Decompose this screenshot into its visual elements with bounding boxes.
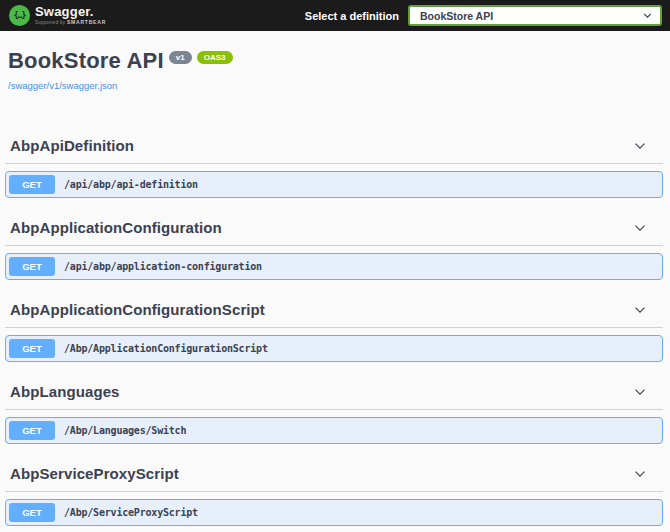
tagline-prefix: Supported by [35,20,65,25]
tag-title: AbpApplicationConfigurationScript [10,301,265,318]
tag-header[interactable]: AbpServiceProxyScript [5,457,663,492]
method-badge: GET [9,257,55,276]
tagline-company: SMARTBEAR [67,19,106,25]
tag-title: AbpServiceProxyScript [10,465,179,482]
tag-operations: GET /Abp/ApplicationConfigurationScript [5,335,663,362]
operation-row[interactable]: GET /api/abp/application-configuration [5,253,663,280]
method-badge: GET [9,421,55,440]
tag-section: AbpApplicationConfiguration GET /api/abp… [5,211,663,280]
tag-title: AbpApiDefinition [10,137,134,154]
operation-path: /api/abp/application-configuration [64,261,262,272]
definition-select[interactable]: BookStore API [408,5,662,26]
operation-path: /api/abp/api-definition [64,179,198,190]
chevron-down-icon[interactable] [633,303,647,317]
tag-operations: GET /api/abp/application-configuration [5,253,663,280]
topbar: {…} Swagger. Supported by SMARTBEAR Sele… [0,0,670,31]
api-title: BookStore API [8,48,164,74]
tag-section: AbpApiDefinition GET /api/abp/api-defini… [5,129,663,198]
brand-tagline: Supported by SMARTBEAR [35,20,106,26]
braces-glyph: {…} [14,11,25,20]
tag-operations: GET /api/abp/api-definition [5,171,663,198]
chevron-down-icon [642,10,653,21]
tag-header[interactable]: AbpLanguages [5,375,663,410]
operation-path: /Abp/ServiceProxyScript [64,507,198,518]
chevron-down-icon[interactable] [633,139,647,153]
title-row: BookStore API v1 OAS3 [8,48,662,74]
swagger-logo-link[interactable]: {…} Swagger. Supported by SMARTBEAR [9,5,106,26]
operation-path: /Abp/ApplicationConfigurationScript [64,343,268,354]
tag-section: AbpApplicationConfigurationScript GET /A… [5,293,663,362]
definition-select-value: BookStore API [420,10,493,22]
method-badge: GET [9,503,55,522]
method-badge: GET [9,339,55,358]
main-content: BookStore API v1 OAS3 /swagger/v1/swagge… [0,31,670,532]
tag-operations: GET /Abp/Languages/Switch [5,417,663,444]
version-badge: v1 [169,51,192,64]
tag-title: AbpLanguages [10,383,120,400]
tag-title: AbpApplicationConfiguration [10,219,222,236]
method-badge: GET [9,175,55,194]
tag-header[interactable]: AbpApiDefinition [5,129,663,164]
operation-row[interactable]: GET /Abp/ApplicationConfigurationScript [5,335,663,362]
information-container: BookStore API v1 OAS3 /swagger/v1/swagge… [0,31,670,129]
swagger-ui-page: {…} Swagger. Supported by SMARTBEAR Sele… [0,0,670,532]
operation-row[interactable]: GET /api/abp/api-definition [5,171,663,198]
tag-section: AbpLanguages GET /Abp/Languages/Switch [5,375,663,444]
chevron-down-icon[interactable] [633,221,647,235]
tag-operations: GET /Abp/ServiceProxyScript [5,499,663,526]
brand-name: Swagger. [35,5,106,18]
operation-path: /Abp/Languages/Switch [64,425,186,436]
operations-list: AbpApiDefinition GET /api/abp/api-defini… [0,129,670,532]
definition-picker: Select a definition BookStore API [305,5,662,26]
swagger-logo-icon: {…} [9,5,30,26]
brand-text: Swagger. Supported by SMARTBEAR [35,5,106,26]
tag-header[interactable]: AbpApplicationConfigurationScript [5,293,663,328]
chevron-down-icon[interactable] [633,467,647,481]
tag-section: AbpServiceProxyScript GET /Abp/ServicePr… [5,457,663,526]
select-definition-label: Select a definition [305,10,399,22]
tag-header[interactable]: AbpApplicationConfiguration [5,211,663,246]
operation-row[interactable]: GET /Abp/ServiceProxyScript [5,499,663,526]
oas-badge: OAS3 [197,51,233,64]
spec-url-link[interactable]: /swagger/v1/swagger.json [8,80,117,91]
operation-row[interactable]: GET /Abp/Languages/Switch [5,417,663,444]
chevron-down-icon[interactable] [633,385,647,399]
